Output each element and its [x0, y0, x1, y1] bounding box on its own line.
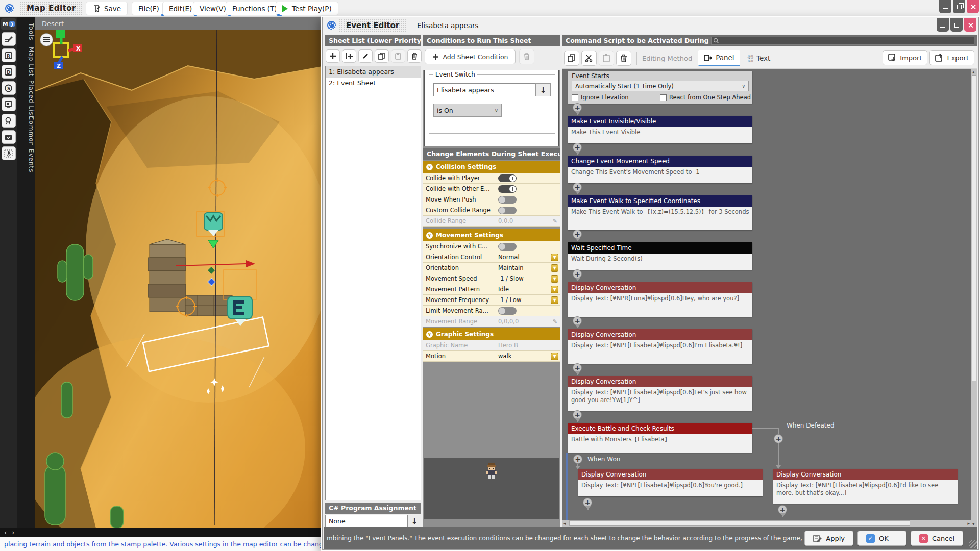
scroll-right-arrow[interactable]: ▸: [967, 521, 970, 526]
command-copy-button[interactable]: [564, 51, 579, 66]
editing-method-panel-button[interactable]: Panel: [698, 50, 740, 66]
custom-collide-range-toggle[interactable]: [498, 207, 517, 214]
react-one-step-checkbox[interactable]: [660, 94, 667, 101]
insert-command-button[interactable]: [573, 410, 582, 419]
insert-command-button[interactable]: [573, 455, 582, 464]
collide-other-toggle[interactable]: [498, 185, 517, 193]
command-panel[interactable]: Display Conversation Display Text: [¥NPL…: [578, 469, 763, 496]
dropdown-arrow-icon[interactable]: ▼: [551, 264, 558, 272]
resource-button[interactable]: R: [2, 48, 16, 62]
window-close-button[interactable]: [967, 0, 979, 13]
scrollbar-thumb[interactable]: [569, 520, 910, 526]
collide-player-toggle[interactable]: [498, 174, 517, 182]
command-panel[interactable]: Change Event Movement Speed Change This …: [568, 156, 752, 183]
editing-method-text-button[interactable]: TEXTTEXTTEXT Text: [742, 50, 776, 66]
save-button[interactable]: Save: [86, 2, 128, 15]
insert-command-button[interactable]: [573, 143, 582, 152]
tab-map-list[interactable]: Map List: [17, 45, 35, 77]
sheet-rename-button[interactable]: [358, 49, 373, 63]
command-panel[interactable]: Wait Specified Time Wait During 2 Second…: [568, 242, 752, 270]
map-viewport[interactable]: X Z: [35, 30, 322, 528]
menu-functions[interactable]: Functions (T): [226, 2, 284, 15]
ee-maximize-button[interactable]: [950, 18, 963, 32]
map-mode-button[interactable]: M❯: [1, 18, 16, 30]
tab-tools[interactable]: Tools: [17, 21, 35, 41]
event-switch-dropdown-button[interactable]: ↓: [535, 83, 551, 96]
window-restore-button[interactable]: [953, 0, 965, 13]
motion-select[interactable]: walk▼: [496, 351, 560, 361]
command-delete-button[interactable]: [616, 51, 631, 66]
dropdown-arrow-icon[interactable]: ▼: [551, 296, 558, 304]
import-button[interactable]: Import: [883, 50, 927, 65]
command-cut-button[interactable]: [581, 51, 597, 66]
dropdown-arrow-icon[interactable]: ▼: [551, 286, 558, 293]
move-when-push-toggle[interactable]: [498, 196, 517, 204]
insert-command-button[interactable]: [778, 505, 787, 514]
insert-command-button[interactable]: [573, 230, 582, 239]
system-button[interactable]: S: [2, 81, 16, 95]
database-button[interactable]: D: [2, 65, 16, 79]
sheet-item[interactable]: 2: Event Sheet: [326, 78, 421, 89]
command-panel[interactable]: Display Conversation Display Text: [¥NPL…: [773, 469, 958, 504]
ee-close-button[interactable]: [964, 18, 976, 32]
event-starts-select[interactable]: Automatically Start (1 Time Only) ∨: [572, 81, 749, 91]
ee-minimize-button[interactable]: [937, 18, 949, 32]
insert-command-button[interactable]: [573, 103, 582, 112]
collision-settings-header[interactable]: ∨ Collision Settings: [423, 161, 560, 173]
insert-command-button[interactable]: [774, 434, 783, 443]
command-panel[interactable]: Display Conversation Display Text: [¥NPR…: [568, 282, 752, 317]
command-panel[interactable]: Make Event Invisible/Visible Make This E…: [568, 116, 752, 143]
movement-speed-select[interactable]: -1 / Slow▼: [496, 273, 560, 284]
graphic-settings-header[interactable]: ∨ Graphic Settings: [423, 328, 560, 340]
vertical-scrollbar[interactable]: ▴ ▾: [971, 69, 977, 527]
dropdown-arrow-icon[interactable]: ▼: [551, 353, 558, 360]
tab-common-events[interactable]: Common Events: [17, 114, 35, 173]
scroll-left-arrow[interactable]: ‹: [4, 529, 7, 536]
insert-command-button[interactable]: [573, 183, 582, 192]
command-search-input[interactable]: [711, 37, 974, 45]
horizontal-scrollbar[interactable]: ◂ ▸: [562, 520, 971, 527]
ok-button[interactable]: ✓ OK: [857, 531, 906, 546]
movement-frequency-select[interactable]: -1 / Low▼: [496, 295, 560, 305]
menu-file[interactable]: File(F): [132, 2, 166, 15]
dropdown-arrow-icon[interactable]: ▼: [551, 275, 558, 283]
command-panel[interactable]: Display Conversation Display Text: [¥NPL…: [568, 376, 752, 411]
scroll-left-arrow[interactable]: ◂: [564, 521, 566, 526]
command-panel[interactable]: Make Event Walk to Specified Coordinates…: [568, 195, 752, 230]
search-tool-button[interactable]: [2, 114, 16, 128]
dropdown-arrow-icon[interactable]: ▼: [551, 254, 558, 261]
add-sheet-condition-button[interactable]: Add Sheet Condition: [425, 49, 516, 64]
stamp-tool-button[interactable]: [2, 32, 16, 46]
orientation-control-select[interactable]: Normal▼: [496, 252, 560, 262]
apply-button[interactable]: Apply: [804, 531, 853, 546]
tab-placed-list[interactable]: Placed List: [17, 78, 35, 118]
insert-command-button[interactable]: [573, 269, 582, 279]
window-minimize-button[interactable]: [939, 0, 951, 13]
sheet-paste-button[interactable]: [391, 49, 405, 63]
resize-grip[interactable]: [969, 540, 977, 548]
insert-command-button[interactable]: [583, 498, 592, 507]
movement-pattern-select[interactable]: Idle▼: [496, 284, 560, 294]
sheet-item[interactable]: 1: Elisabeta appears: [326, 66, 421, 78]
insert-command-button[interactable]: [573, 363, 582, 372]
cancel-button[interactable]: ✕ Cancel: [911, 531, 963, 546]
display-settings-button[interactable]: [2, 97, 16, 111]
ignore-elevation-checkbox[interactable]: [572, 94, 578, 101]
insert-command-button[interactable]: [573, 316, 582, 325]
command-panel[interactable]: Display Conversation Display Text: [¥NPL…: [568, 329, 752, 364]
sheet-copy-button[interactable]: [375, 49, 389, 63]
scroll-down-arrow[interactable]: ▾: [972, 521, 975, 527]
switch-state-combo[interactable]: is On∨: [433, 104, 502, 117]
csharp-select[interactable]: None: [325, 515, 408, 527]
limit-movement-range-toggle[interactable]: [498, 307, 517, 315]
test-play-button[interactable]: Test Play(P): [276, 2, 338, 15]
command-canvas[interactable]: Event Starts Automatically Start (1 Time…: [562, 69, 971, 520]
movement-settings-header[interactable]: ∨ Movement Settings: [423, 229, 560, 241]
orientation-select[interactable]: Maintain▼: [496, 263, 560, 273]
export-button[interactable]: Export: [929, 50, 974, 65]
delete-condition-button[interactable]: [519, 49, 534, 64]
event-tool-button[interactable]: [2, 146, 16, 160]
command-panel-battle[interactable]: Execute Battle and Check Results Battle …: [568, 423, 752, 453]
synchronize-toggle[interactable]: [498, 243, 517, 251]
command-paste-button[interactable]: [599, 51, 614, 66]
